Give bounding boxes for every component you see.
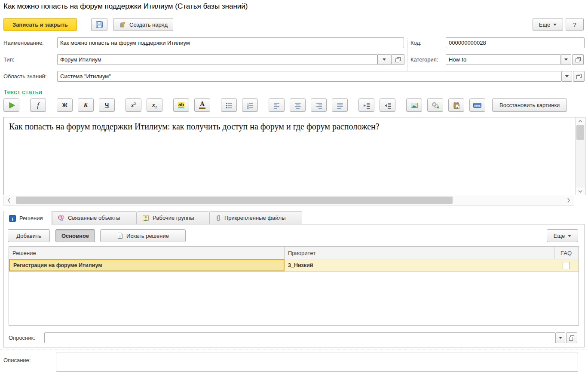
caret-down-icon: [559, 337, 562, 339]
type-open-button[interactable]: [391, 54, 404, 65]
scroll-up-icon[interactable]: [576, 117, 585, 125]
name-input[interactable]: [57, 37, 404, 48]
linked-rings-icon: [58, 215, 64, 221]
tab-label: Рабочие группы: [153, 215, 194, 221]
knowledge-base-article-form: Как можно попасть на форум поддержки Ити…: [0, 0, 588, 375]
underline-button[interactable]: Ч: [99, 98, 115, 112]
editor-vertical-scrollbar[interactable]: [575, 117, 585, 195]
editor-toolbar: f Ж К Ч x2 x2 ab A 123: [3, 98, 572, 112]
type-input[interactable]: [57, 54, 377, 65]
indent-decrease-button[interactable]: [380, 98, 395, 112]
questionnaire-dropdown-button[interactable]: [556, 332, 565, 343]
more-button-solutions[interactable]: Еще: [547, 229, 578, 242]
questionnaire-input[interactable]: [44, 332, 556, 343]
svg-text:HTML: HTML: [474, 104, 481, 107]
info-icon: i: [9, 215, 16, 222]
priority-cell[interactable]: 3_Низкий: [285, 259, 554, 271]
create-order-button[interactable]: Создать наряд: [113, 18, 173, 31]
article-text-editor[interactable]: Как попасть на форум поддержки Итилиум: …: [3, 117, 585, 195]
column-header-solution[interactable]: Решение: [9, 247, 285, 259]
align-right-button[interactable]: [311, 98, 327, 112]
save-button[interactable]: [91, 18, 107, 31]
caret-down-icon: [383, 58, 386, 61]
insert-image-button[interactable]: [406, 98, 422, 112]
highlight-color-button[interactable]: ab: [173, 98, 189, 112]
section-separator: [0, 350, 588, 350]
insert-function-button[interactable]: f: [30, 98, 46, 112]
align-left-button[interactable]: [269, 98, 285, 112]
knowledge-area-field-label: Область знаний:: [3, 73, 46, 80]
preview-button[interactable]: [3, 98, 19, 112]
tab-linked-objects[interactable]: Связанные объекты: [52, 211, 137, 224]
justify-button[interactable]: [332, 98, 348, 112]
superscript-icon: x2: [131, 101, 136, 109]
tab-work-groups[interactable]: Рабочие группы: [137, 211, 209, 224]
html-source-button[interactable]: HTML: [469, 98, 485, 112]
faq-cell[interactable]: [554, 259, 578, 271]
bulleted-list-button[interactable]: [221, 98, 237, 112]
italic-icon: К: [84, 102, 88, 109]
column-header-faq[interactable]: FAQ: [554, 247, 578, 259]
font-color-button[interactable]: A: [194, 98, 210, 112]
indent-increase-icon: [363, 101, 371, 109]
bold-icon: Ж: [62, 102, 67, 108]
svg-text:3: 3: [247, 106, 249, 109]
search-solution-label: Искать решение: [126, 233, 169, 239]
knowledge-area-open-button[interactable]: [573, 71, 585, 82]
editor-horizontal-scrollbar[interactable]: [3, 196, 574, 206]
highlight-icon: ab: [178, 102, 184, 108]
scroll-left-icon[interactable]: [4, 196, 14, 204]
category-input[interactable]: [446, 54, 561, 65]
description-textarea[interactable]: [56, 353, 578, 372]
restore-pictures-button[interactable]: Восстановить картинки: [492, 98, 567, 112]
document-icon: [117, 232, 123, 239]
tab-label: Связанные объекты: [68, 215, 120, 221]
open-form-icon: [569, 335, 575, 341]
more-button-top[interactable]: Еще: [533, 18, 563, 31]
vertical-scroll-thumb[interactable]: [576, 125, 584, 140]
type-dropdown-button[interactable]: [377, 54, 391, 65]
align-center-button[interactable]: [290, 98, 306, 112]
superscript-button[interactable]: x2: [126, 98, 141, 112]
subscript-button[interactable]: x2: [147, 98, 162, 112]
knowledge-area-dropdown-button[interactable]: [562, 71, 572, 82]
main-solution-button[interactable]: Основное: [55, 229, 95, 242]
html-icon: HTML: [473, 101, 481, 109]
align-left-icon: [273, 101, 281, 109]
tab-solutions[interactable]: i Решения: [3, 211, 52, 225]
solutions-table: Решение Приоритет FAQ Регистрация на фор…: [9, 246, 579, 326]
bold-button[interactable]: Ж: [57, 98, 73, 112]
solution-cell[interactable]: Регистрация на форуме Итилиум: [9, 259, 285, 271]
align-center-icon: [294, 101, 302, 109]
insert-link-button[interactable]: [427, 98, 443, 112]
numbered-list-button[interactable]: 123: [242, 98, 258, 112]
category-dropdown-button[interactable]: [561, 54, 571, 65]
questionnaire-open-button[interactable]: [566, 332, 577, 343]
category-open-button[interactable]: [572, 54, 584, 65]
faq-checkbox[interactable]: [563, 262, 570, 269]
category-field-label: Категория:: [410, 56, 438, 63]
scroll-down-icon[interactable]: [576, 188, 585, 195]
knowledge-area-input[interactable]: [57, 71, 562, 82]
type-field-label: Тип:: [3, 56, 14, 63]
help-button[interactable]: ?: [566, 18, 584, 31]
add-solution-button[interactable]: Добавить: [8, 229, 50, 242]
insert-image-icon: [410, 101, 418, 109]
section-separator: [0, 208, 588, 208]
paperclip-icon: [215, 215, 221, 221]
indent-increase-button[interactable]: [358, 98, 374, 112]
horizontal-scroll-thumb[interactable]: [16, 197, 453, 204]
numbered-list-icon: 123: [246, 101, 254, 109]
column-header-priority[interactable]: Приоритет: [285, 247, 554, 259]
paste-image-button[interactable]: [448, 98, 464, 112]
article-text-content[interactable]: Как попасть на форум поддержки Итилиум: …: [9, 122, 570, 132]
table-row[interactable]: Регистрация на форуме Итилиум 3_Низкий: [9, 259, 579, 272]
italic-button[interactable]: К: [78, 98, 94, 112]
scroll-right-icon[interactable]: [564, 196, 574, 204]
tab-attached-files[interactable]: Прикрепленные файлы: [209, 211, 302, 224]
justify-icon: [336, 101, 344, 109]
code-input[interactable]: [446, 37, 585, 48]
function-f-icon: f: [37, 101, 39, 109]
search-solution-button[interactable]: Искать решение: [100, 229, 186, 242]
save-and-close-button[interactable]: Записать и закрыть: [3, 18, 77, 31]
